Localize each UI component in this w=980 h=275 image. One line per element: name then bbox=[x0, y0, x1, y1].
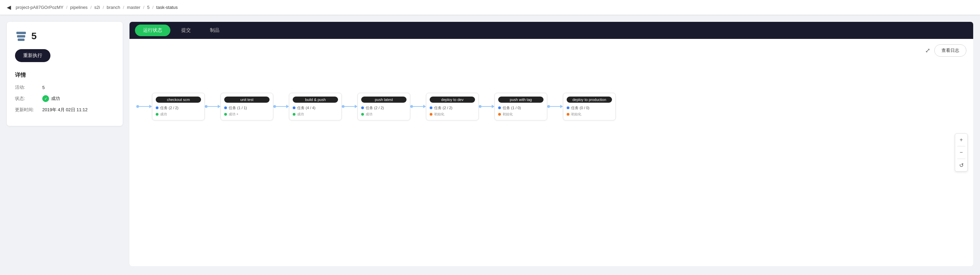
tab-artifact[interactable]: 制品 bbox=[202, 24, 228, 36]
zoom-in-button[interactable]: + bbox=[957, 136, 965, 144]
status-dot-6 bbox=[498, 113, 501, 116]
task-dot-1 bbox=[156, 106, 158, 109]
stage-status-6: 初始化 bbox=[498, 112, 544, 117]
tab-commit[interactable]: 提交 bbox=[173, 24, 199, 36]
stage-card-2[interactable]: unit test 任务 (1 / 1) 成功 + bbox=[221, 93, 273, 120]
arrow-4 bbox=[342, 105, 358, 108]
status-dot-2 bbox=[224, 113, 227, 116]
status-dot-1 bbox=[156, 113, 158, 116]
rerun-button[interactable]: 重新执行 bbox=[15, 49, 51, 62]
stage-task-7: 任务 (0 / 0) bbox=[567, 106, 612, 110]
details-section: 详情 活动: 5 状态: ✓ 成功 更新时间: 2019年 4月 02日 11:… bbox=[15, 72, 115, 113]
status-dot-4 bbox=[361, 113, 364, 116]
status-text-7: 初始化 bbox=[571, 112, 581, 117]
expand-icon[interactable]: ⤢ bbox=[925, 47, 930, 54]
panel-header: 5 bbox=[15, 30, 115, 42]
breadcrumb-task-status: task-status bbox=[156, 5, 178, 10]
status-text-6: 初始化 bbox=[503, 112, 513, 117]
stage-task-5: 任务 (2 / 2) bbox=[430, 106, 475, 110]
success-icon: ✓ bbox=[42, 95, 49, 102]
stage-card-1[interactable]: checkout scm 任务 (2 / 2) 成功 bbox=[152, 93, 205, 120]
breadcrumb-master[interactable]: master bbox=[127, 5, 140, 10]
sep-1: / bbox=[66, 5, 67, 10]
status-text-2: 成功 + bbox=[229, 112, 239, 117]
zoom-reset-button[interactable]: ↺ bbox=[957, 161, 965, 169]
stage-task-6: 任务 (1 / 0) bbox=[498, 106, 544, 110]
stage-label-4: push latest bbox=[361, 97, 407, 103]
stage-task-3: 任务 (4 / 4) bbox=[293, 106, 338, 110]
activity-label: 活动: bbox=[15, 84, 42, 90]
zoom-divider bbox=[957, 146, 965, 146]
task-text-5: 任务 (2 / 2) bbox=[434, 106, 452, 110]
breadcrumb-s2i[interactable]: s2i bbox=[94, 5, 100, 10]
stage-card-5[interactable]: deploy to dev 任务 (2 / 2) 初始化 bbox=[426, 93, 479, 120]
tab-run-status[interactable]: 运行状态 bbox=[135, 24, 170, 36]
stage-status-1: 成功 bbox=[156, 112, 201, 117]
task-text-4: 任务 (2 / 2) bbox=[366, 106, 384, 110]
status-label: 状态: bbox=[15, 96, 42, 102]
updated-label: 更新时间: bbox=[15, 107, 42, 113]
status-dot-3 bbox=[293, 113, 296, 116]
zoom-out-button[interactable]: − bbox=[957, 149, 965, 157]
status-dot-5 bbox=[430, 113, 433, 116]
view-log-button[interactable]: 查看日志 bbox=[934, 44, 966, 57]
sep-6: / bbox=[152, 5, 154, 10]
detail-row-status: 状态: ✓ 成功 bbox=[15, 95, 115, 102]
breadcrumb-project[interactable]: project-pA87GOrPozMY bbox=[16, 5, 64, 10]
stage-label-6: push with tag bbox=[498, 97, 544, 103]
arrow-3 bbox=[273, 105, 289, 108]
stage-label-5: deploy to dev bbox=[430, 97, 475, 103]
task-text-1: 任务 (2 / 2) bbox=[160, 106, 178, 110]
breadcrumb-pipelines[interactable]: pipelines bbox=[70, 5, 88, 10]
status-text-4: 成功 bbox=[366, 112, 372, 117]
sep-5: / bbox=[143, 5, 145, 10]
sep-3: / bbox=[103, 5, 104, 10]
stage-label-2: unit test bbox=[224, 97, 269, 103]
stage-card-7[interactable]: deploy to production 任务 (0 / 0) 初始化 bbox=[563, 93, 616, 120]
arrow-start-1 bbox=[136, 105, 152, 108]
stage-label-3: build & push bbox=[293, 97, 338, 103]
pipeline-toolbar: ⤢ 查看日志 bbox=[129, 39, 973, 62]
main-layout: 5 重新执行 详情 活动: 5 状态: ✓ 成功 更新时间: 2019年 4月 … bbox=[0, 15, 980, 273]
stage-card-6[interactable]: push with tag 任务 (1 / 0) 初始化 bbox=[495, 93, 547, 120]
pipeline-stages: checkout scm 任务 (2 / 2) 成功 bbox=[129, 62, 973, 158]
task-text-3: 任务 (4 / 4) bbox=[297, 106, 315, 110]
task-dot-4 bbox=[361, 106, 364, 109]
detail-row-activity: 活动: 5 bbox=[15, 84, 115, 90]
updated-value: 2019年 4月 02日 11:12 bbox=[42, 107, 88, 113]
back-icon[interactable]: ◀ bbox=[7, 4, 11, 11]
activity-value: 5 bbox=[42, 85, 45, 90]
stage-task-4: 任务 (2 / 2) bbox=[361, 106, 407, 110]
stage-status-2: 成功 + bbox=[224, 112, 269, 117]
left-panel: 5 重新执行 详情 活动: 5 状态: ✓ 成功 更新时间: 2019年 4月 … bbox=[7, 22, 123, 126]
sep-2: / bbox=[90, 5, 92, 10]
stage-label-1: checkout scm bbox=[156, 97, 201, 103]
stage-card-3[interactable]: build & push 任务 (4 / 4) 成功 bbox=[289, 93, 342, 120]
pipeline-content: ⤢ 查看日志 checkout scm 任务 (2 bbox=[129, 39, 973, 266]
footer: CSDN @ 在菜林中摩丁能 bbox=[0, 273, 980, 275]
arrow-2 bbox=[205, 105, 221, 108]
status-dot-7 bbox=[567, 113, 570, 116]
stage-card-4[interactable]: push latest 任务 (2 / 2) 成功 bbox=[358, 93, 410, 120]
breadcrumb-branch[interactable]: branch bbox=[107, 5, 120, 10]
stage-status-5: 初始化 bbox=[430, 112, 475, 117]
status-text-5: 初始化 bbox=[434, 112, 444, 117]
arrow-7 bbox=[547, 105, 563, 108]
stage-status-4: 成功 bbox=[361, 112, 407, 117]
details-title: 详情 bbox=[15, 72, 115, 79]
pipeline-icon bbox=[15, 30, 27, 42]
status-text: 成功 bbox=[51, 96, 60, 102]
detail-row-updated: 更新时间: 2019年 4月 02日 11:12 bbox=[15, 107, 115, 113]
stage-status-7: 初始化 bbox=[567, 112, 612, 117]
breadcrumb-bar: ◀ project-pA87GOrPozMY / pipelines / s2i… bbox=[0, 0, 980, 15]
stage-task-2: 任务 (1 / 1) bbox=[224, 106, 269, 110]
task-dot-5 bbox=[430, 106, 433, 109]
tabs-bar: 运行状态 提交 制品 bbox=[129, 22, 973, 39]
zoom-controls: + − ↺ bbox=[955, 133, 968, 172]
breadcrumb-5[interactable]: 5 bbox=[147, 5, 150, 10]
arrow-5 bbox=[410, 105, 426, 108]
task-dot-2 bbox=[224, 106, 227, 109]
status-value: ✓ 成功 bbox=[42, 95, 60, 102]
task-text-6: 任务 (1 / 0) bbox=[503, 106, 521, 110]
stage-task-1: 任务 (2 / 2) bbox=[156, 106, 201, 110]
